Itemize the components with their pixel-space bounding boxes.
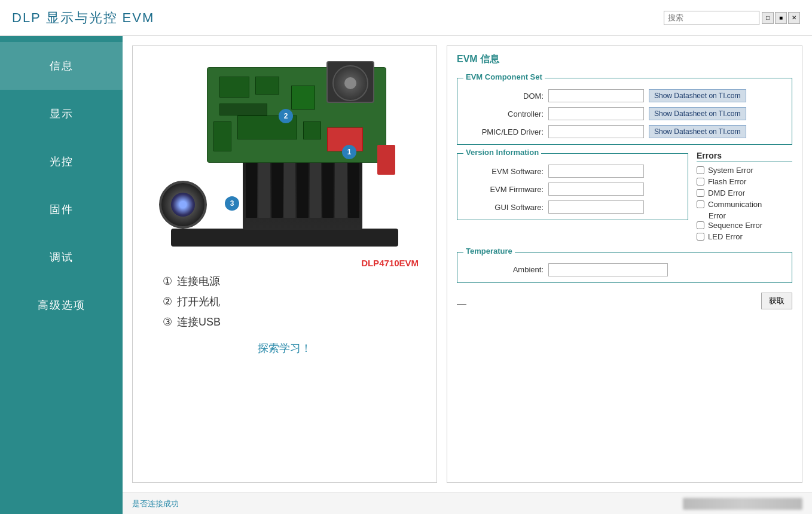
error-flash-checkbox[interactable] [697, 178, 704, 185]
sidebar-item-light[interactable]: 光控 [0, 138, 123, 185]
step-1-text: 连接电源 [177, 274, 220, 288]
error-comm-checkbox[interactable] [697, 200, 704, 208]
error-system-checkbox[interactable] [697, 166, 704, 174]
device-label: DLP4710EVM [139, 258, 431, 268]
step-3-text: 连接USB [177, 315, 221, 329]
explore-text: 探索学习！ [258, 341, 312, 355]
errors-title: Errors [697, 151, 792, 162]
error-system: System Error [697, 166, 792, 175]
badge-1: 1 [342, 145, 356, 159]
controller-row: Controller: Show Datasheet on TI.com [466, 107, 783, 120]
sidebar-item-advanced[interactable]: 高级选项 [0, 281, 123, 329]
error-comm-label: Communication [708, 200, 762, 209]
error-sequence: Sequence Error [697, 221, 792, 230]
search-area: □ ■ ✕ [664, 11, 800, 25]
error-led-label: LED Error [708, 232, 743, 241]
component-set-legend: EVM Component Set [463, 72, 545, 81]
evm-firmware-row: EVM Firmware: [466, 183, 679, 196]
pmic-row: PMIC/LED Driver: Show Datasheet on TI.co… [466, 125, 783, 138]
errors-box: Errors System Error Flash Error DMD Erro… [697, 151, 792, 244]
search-buttons: □ ■ ✕ [762, 12, 800, 24]
gui-software-label: GUI Software: [466, 203, 544, 212]
sidebar-item-debug[interactable]: 调试 [0, 233, 123, 281]
error-dmd-label: DMD Error [708, 188, 745, 197]
error-flash: Flash Error [697, 177, 792, 186]
badge-2: 2 [279, 109, 293, 123]
content-main: 1 2 3 DLP4710EVM ① 连接电源 ② 打开光机 [123, 36, 812, 492]
evm-component-set-box: EVM Component Set DOM: Show Datasheet on… [457, 78, 792, 145]
dom-datasheet-btn[interactable]: Show Datasheet on TI.com [649, 89, 746, 102]
step-1: ① 连接电源 [163, 274, 407, 288]
device-fan [326, 61, 374, 103]
error-comm-extra: Error [709, 211, 792, 221]
evm-software-label: EVM Software: [466, 167, 544, 176]
footer-blurred-info [683, 498, 802, 510]
pmic-datasheet-btn[interactable]: Show Datasheet on TI.com [649, 125, 746, 138]
dom-input[interactable] [548, 89, 644, 102]
step-2-text: 打开光机 [177, 294, 220, 309]
temperature-legend: Temperature [463, 247, 515, 256]
error-sequence-label: Sequence Error [708, 221, 762, 230]
get-button[interactable]: 获取 [761, 293, 792, 309]
step-3: ③ 连接USB [163, 315, 407, 329]
gui-software-row: GUI Software: [466, 200, 679, 214]
sidebar-item-info[interactable]: 信息 [0, 42, 123, 90]
step-2: ② 打开光机 [163, 294, 407, 309]
pmic-label: PMIC/LED Driver: [466, 127, 544, 136]
sidebar-item-firmware[interactable]: 固件 [0, 185, 123, 233]
status-text: 是否连接成功 [132, 498, 179, 509]
error-flash-label: Flash Error [708, 177, 746, 186]
right-bottom-row: — 获取 [457, 289, 792, 309]
search-restore-btn[interactable]: ■ [775, 12, 787, 24]
step-1-num: ① [163, 275, 172, 288]
bottom-bar: 是否连接成功 [123, 492, 812, 514]
evm-firmware-input[interactable] [548, 183, 644, 196]
error-dmd: DMD Error [697, 188, 792, 197]
left-panel: 1 2 3 DLP4710EVM ① 连接电源 ② 打开光机 [132, 45, 437, 483]
version-errors-row: Version Information EVM Software: EVM Fi… [457, 151, 792, 244]
search-close-btn[interactable]: ✕ [788, 12, 800, 24]
right-panel: EVM 信息 EVM Component Set DOM: Show Datas… [447, 45, 802, 483]
badge-3: 3 [225, 196, 239, 211]
dom-row: DOM: Show Datasheet on TI.com [466, 89, 783, 102]
error-led: LED Error [697, 232, 792, 241]
error-led-checkbox[interactable] [697, 233, 704, 241]
evm-software-input[interactable] [548, 165, 644, 178]
pmic-input[interactable] [548, 125, 644, 138]
evm-firmware-label: EVM Firmware: [466, 185, 544, 194]
error-dmd-checkbox[interactable] [697, 189, 704, 197]
version-legend: Version Information [463, 148, 541, 157]
controller-label: Controller: [466, 110, 544, 118]
device-image-area: 1 2 3 [139, 52, 431, 256]
device-illustration: 1 2 3 [159, 61, 410, 247]
error-comm: Communication [697, 200, 792, 209]
steps-list: ① 连接电源 ② 打开光机 ③ 连接USB [139, 268, 431, 335]
controller-datasheet-btn[interactable]: Show Datasheet on TI.com [649, 107, 746, 120]
sidebar-item-display[interactable]: 显示 [0, 90, 123, 138]
error-system-label: System Error [708, 166, 753, 175]
search-input[interactable] [664, 11, 759, 25]
error-sequence-checkbox[interactable] [697, 221, 704, 229]
step-2-num: ② [163, 295, 172, 308]
ambient-input[interactable] [548, 263, 668, 276]
main-layout: 信息 显示 光控 固件 调试 高级选项 [0, 36, 812, 514]
version-fieldset: Version Information EVM Software: EVM Fi… [457, 153, 688, 220]
sidebar: 信息 显示 光控 固件 调试 高级选项 [0, 36, 123, 514]
search-minimize-btn[interactable]: □ [762, 12, 774, 24]
top-bar: DLP 显示与光控 EVM □ ■ ✕ [0, 0, 812, 36]
ambient-row: Ambient: [466, 263, 783, 276]
dash-icon: — [457, 299, 466, 309]
content-area: 1 2 3 DLP4710EVM ① 连接电源 ② 打开光机 [123, 36, 812, 514]
app-title: DLP 显示与光控 EVM [12, 9, 154, 27]
device-lens [159, 181, 207, 229]
ambient-label: Ambient: [466, 265, 544, 274]
gui-software-input[interactable] [548, 200, 644, 214]
evm-info-title: EVM 信息 [457, 53, 792, 66]
step-3-num: ③ [163, 315, 172, 329]
dom-label: DOM: [466, 92, 544, 101]
version-box: Version Information EVM Software: EVM Fi… [457, 151, 688, 220]
evm-software-row: EVM Software: [466, 165, 679, 178]
controller-input[interactable] [548, 107, 644, 120]
temperature-fieldset: Temperature Ambient: [457, 252, 792, 283]
